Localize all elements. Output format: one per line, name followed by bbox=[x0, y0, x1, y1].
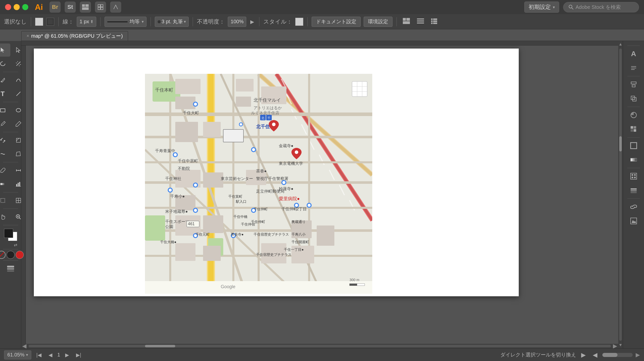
slice-tool-button[interactable] bbox=[11, 194, 26, 207]
opacity-input[interactable]: 100% bbox=[228, 17, 246, 27]
line-tool-button[interactable] bbox=[11, 87, 26, 100]
svg-rect-29 bbox=[1, 109, 5, 112]
scale-tool-button[interactable] bbox=[11, 134, 26, 147]
color-panel-button[interactable] bbox=[626, 108, 641, 122]
brush-selector[interactable]: 3 pt. 丸筆 ▾ bbox=[155, 17, 189, 27]
svg-rect-119 bbox=[203, 172, 223, 188]
hint-collapse-icon[interactable]: ◀ bbox=[591, 351, 599, 358]
workspace-selector[interactable]: 初期設定 ▾ bbox=[524, 2, 559, 13]
view-tools-row bbox=[0, 210, 26, 223]
type-tool-button[interactable]: T bbox=[0, 87, 10, 100]
svg-text:千住開屋町: 千住開屋町 bbox=[291, 240, 309, 244]
stroke-panel-button[interactable] bbox=[626, 139, 641, 152]
ellipse-tool-button[interactable] bbox=[11, 104, 26, 117]
layers-panel-right-button[interactable] bbox=[626, 184, 641, 197]
paragraph-panel-button[interactable] bbox=[626, 61, 641, 75]
panel-toggle-icon[interactable] bbox=[415, 18, 426, 26]
rotate-tool-button[interactable] bbox=[0, 134, 10, 147]
align-panel-button[interactable] bbox=[626, 78, 641, 91]
pencil-tool-button[interactable] bbox=[11, 117, 26, 130]
curvature-tool-button[interactable] bbox=[11, 74, 26, 87]
adobe-stock-search[interactable]: Adobe Stock を検索 bbox=[563, 2, 639, 12]
svg-rect-117 bbox=[203, 122, 221, 137]
warp-tools-row bbox=[0, 147, 26, 161]
status-arrows-right[interactable]: ▶ bbox=[636, 352, 640, 358]
svg-rect-12 bbox=[403, 21, 410, 24]
stroke-width-input[interactable]: 1 px ⬆ bbox=[77, 17, 96, 27]
workspace-layout-icon[interactable] bbox=[80, 2, 91, 13]
free-distort-button[interactable] bbox=[11, 147, 26, 161]
hint-expand-icon[interactable]: ▶ bbox=[579, 351, 588, 358]
doc-settings-button[interactable]: ドキュメント設定 bbox=[312, 17, 361, 27]
vertical-scrollbar[interactable]: ▲ ▼ bbox=[618, 41, 623, 348]
fill-color-swatch[interactable] bbox=[35, 18, 43, 26]
warp-tool-button[interactable] bbox=[0, 147, 10, 161]
swap-colors-icon[interactable]: ⇄ bbox=[14, 242, 17, 247]
arrange-icon[interactable] bbox=[401, 18, 412, 26]
arrange-documents-icon[interactable] bbox=[95, 2, 106, 13]
tool-separator-9 bbox=[3, 260, 18, 261]
gradient-tool-button[interactable] bbox=[0, 177, 10, 191]
tool-separator-6 bbox=[3, 209, 18, 209]
links-panel-button[interactable] bbox=[626, 200, 641, 213]
env-settings-button[interactable]: 環境設定 bbox=[364, 17, 392, 27]
measure-tool-button[interactable] bbox=[11, 164, 26, 177]
page-next-button[interactable]: ▶ bbox=[63, 351, 71, 359]
red-color-button[interactable] bbox=[16, 251, 24, 259]
scroll-track[interactable] bbox=[619, 49, 622, 341]
black-color-button[interactable] bbox=[7, 251, 15, 259]
hand-tool-button[interactable] bbox=[0, 210, 10, 223]
maximize-button[interactable] bbox=[22, 4, 28, 10]
scroll-h-track[interactable] bbox=[29, 345, 611, 347]
pathfinder-panel-button[interactable] bbox=[626, 92, 641, 105]
stock-icon[interactable]: St bbox=[65, 2, 76, 13]
artboard-tool-button[interactable] bbox=[0, 194, 10, 207]
symbols-panel-button[interactable] bbox=[626, 170, 641, 183]
list-view-icon[interactable] bbox=[429, 18, 439, 26]
vector-icon[interactable] bbox=[110, 2, 121, 13]
rectangle-tool-button[interactable] bbox=[0, 104, 10, 117]
canvas-area[interactable]: 北 千 Google 千住本町 千寿青葉中 千住大町 千住中居町 北千住 bbox=[21, 41, 618, 348]
page-last-button[interactable]: ▶| bbox=[74, 351, 83, 359]
pen-tool-button[interactable] bbox=[0, 74, 10, 87]
character-panel-button[interactable]: A bbox=[626, 47, 641, 60]
bridge-icon[interactable]: Br bbox=[49, 2, 61, 13]
lasso-tools-row bbox=[0, 57, 26, 70]
page-prev-button[interactable]: ◀ bbox=[46, 351, 54, 359]
scroll-thumb[interactable] bbox=[619, 136, 622, 151]
tab-close-icon[interactable]: × bbox=[27, 33, 29, 39]
brush-dot-icon bbox=[158, 20, 161, 23]
zoom-selector[interactable]: 61.05% ▾ bbox=[4, 350, 31, 359]
magic-wand-button[interactable] bbox=[11, 57, 26, 70]
layers-panel-button[interactable] bbox=[3, 262, 18, 275]
stroke-type-selector[interactable]: 均等 ▾ bbox=[105, 17, 146, 27]
tool-separator-1 bbox=[3, 72, 18, 72]
gradient-panel-button[interactable] bbox=[626, 153, 641, 166]
artboard-tools-row bbox=[0, 194, 26, 207]
workspace-chevron-icon: ▾ bbox=[553, 5, 555, 10]
horizontal-scrollbar[interactable]: ◀ ▶ bbox=[21, 344, 618, 348]
opacity-expand-icon[interactable]: ▶ bbox=[249, 19, 255, 25]
fill-foreground-swatch[interactable] bbox=[4, 229, 13, 238]
minimize-button[interactable] bbox=[14, 4, 20, 10]
paintbrush-tool-button[interactable] bbox=[0, 117, 10, 130]
selection-tool-button[interactable] bbox=[0, 43, 10, 57]
scroll-h-thumb[interactable] bbox=[145, 345, 175, 347]
svg-text:妙蓮寺●: 妙蓮寺● bbox=[279, 187, 293, 191]
stroke-color-swatch[interactable] bbox=[46, 18, 54, 26]
style-swatch[interactable] bbox=[295, 18, 303, 26]
svg-rect-109 bbox=[145, 215, 165, 241]
document-tab[interactable]: × map* @ 61.05% (RGB/GPU プレビュー) bbox=[21, 31, 128, 41]
eyedropper-tool-button[interactable] bbox=[0, 164, 10, 177]
close-button[interactable] bbox=[5, 4, 11, 10]
map-image[interactable]: 北 千 Google 千住本町 千寿青葉中 千住大町 千住中居町 北千住 bbox=[145, 74, 372, 294]
color-buttons-row bbox=[0, 251, 24, 259]
swatches-panel-button[interactable] bbox=[626, 123, 641, 136]
direct-selection-tool-button[interactable] bbox=[11, 43, 26, 57]
none-color-button[interactable] bbox=[0, 251, 6, 259]
chart-tool-button[interactable] bbox=[11, 177, 26, 191]
image-trace-button[interactable] bbox=[626, 214, 641, 228]
lasso-tool-button[interactable] bbox=[0, 57, 10, 70]
zoom-tool-button[interactable] bbox=[11, 210, 26, 223]
page-first-button[interactable]: |◀ bbox=[34, 351, 43, 359]
